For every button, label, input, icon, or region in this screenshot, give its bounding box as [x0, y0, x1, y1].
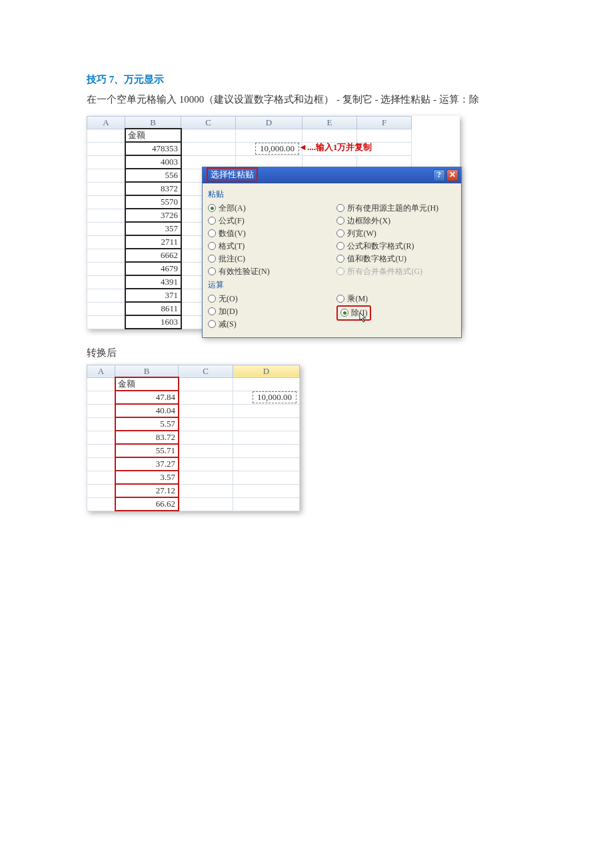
- cell2-B-value[interactable]: 37.27: [115, 457, 179, 471]
- cell-B-value[interactable]: 1603: [125, 315, 181, 329]
- group-paste-label: 粘贴: [208, 189, 456, 200]
- tip-title: 技巧 7、万元显示: [87, 73, 526, 86]
- cell2-D-marching[interactable]: 10,000.00: [233, 391, 300, 404]
- radio-paste-format[interactable]: 格式(T): [208, 240, 336, 253]
- annotation-arrow: ◄....输入1万并复制: [299, 141, 372, 153]
- radio-paste-validation[interactable]: 有效性验证(N): [208, 265, 336, 278]
- radio-paste-theme[interactable]: 所有使用源主题的单元(H): [336, 202, 456, 215]
- cell-B-value[interactable]: 5570: [125, 195, 181, 209]
- cell-B-value[interactable]: 478353: [125, 142, 181, 155]
- radio-paste-valnum[interactable]: 值和数字格式(U): [336, 253, 456, 265]
- radio-op-none[interactable]: 无(O): [208, 293, 336, 305]
- cursor-icon: [359, 312, 368, 324]
- dialog-title: 选择性粘贴: [207, 167, 258, 182]
- cell-B-value[interactable]: 6662: [125, 249, 181, 262]
- radio-paste-colwidth[interactable]: 列宽(W): [336, 227, 456, 240]
- screenshot-after: A B C D 金额 47.84 10,000.00 40.04 5.57 83…: [87, 365, 300, 511]
- screenshot-before: A B C D E F 金额 478353 10,000.00 ◄....输入1…: [87, 116, 460, 329]
- cell-B-value[interactable]: 4391: [125, 275, 181, 289]
- cell-B-value[interactable]: 8372: [125, 182, 181, 195]
- radio-op-sub[interactable]: 减(S): [208, 318, 336, 331]
- cell2-B-value[interactable]: 47.84: [115, 391, 179, 404]
- col-header-B[interactable]: B: [125, 116, 181, 129]
- cell2-B-value[interactable]: 3.57: [115, 471, 179, 484]
- col-header-E[interactable]: E: [303, 116, 357, 129]
- group-op-label: 运算: [208, 279, 456, 291]
- radio-paste-mergecond: 所有合并条件格式(G): [336, 265, 456, 278]
- col2-header-B[interactable]: B: [115, 365, 179, 377]
- radio-paste-formnum[interactable]: 公式和数字格式(R): [336, 240, 456, 253]
- radio-paste-value[interactable]: 数值(V): [208, 227, 336, 240]
- spreadsheet-after: A B C D 金额 47.84 10,000.00 40.04 5.57 83…: [87, 365, 300, 511]
- radio-op-mul[interactable]: 乘(M): [336, 293, 456, 305]
- instruction-text: 在一个空单元格输入 10000（建议设置数字格式和边框） - 复制它 - 选择性…: [87, 90, 526, 109]
- after-label: 转换后: [87, 347, 526, 359]
- help-icon[interactable]: ?: [433, 169, 445, 181]
- cell2-B-value[interactable]: 55.71: [115, 444, 179, 457]
- col2-header-C[interactable]: C: [179, 365, 233, 377]
- cell-B-value[interactable]: 556: [125, 169, 181, 182]
- col2-header-D[interactable]: D: [233, 365, 300, 377]
- radio-op-add[interactable]: 加(D): [208, 305, 336, 318]
- cell2-B-value[interactable]: 40.04: [115, 404, 179, 417]
- cell2-B-value[interactable]: 5.57: [115, 417, 179, 431]
- radio-op-div[interactable]: [340, 309, 348, 317]
- radio-paste-all[interactable]: 全部(A): [208, 202, 336, 215]
- cell-B-value[interactable]: 371: [125, 289, 181, 302]
- cell-B-value[interactable]: 357: [125, 222, 181, 235]
- cell-B-value[interactable]: 8611: [125, 302, 181, 315]
- cell-B-value[interactable]: 2711: [125, 235, 181, 249]
- cell-B-value[interactable]: 3726: [125, 209, 181, 222]
- col-header-C[interactable]: C: [181, 116, 236, 129]
- cell2-B-value[interactable]: 27.12: [115, 484, 179, 497]
- cell2-B-value[interactable]: 83.72: [115, 431, 179, 444]
- cell2-B-header[interactable]: 金额: [115, 377, 179, 391]
- radio-paste-formula[interactable]: 公式(F): [208, 215, 336, 227]
- col-header-A[interactable]: A: [87, 116, 125, 129]
- col-header-D[interactable]: D: [236, 116, 303, 129]
- dialog-titlebar[interactable]: 选择性粘贴 ? ✕: [203, 167, 461, 183]
- radio-paste-comment[interactable]: 批注(C): [208, 253, 336, 265]
- cell-B-header[interactable]: 金额: [125, 129, 181, 142]
- cell-D-marching[interactable]: 10,000.00: [236, 142, 303, 155]
- radio-paste-noborder[interactable]: 边框除外(X): [336, 215, 456, 227]
- cell-B-value[interactable]: 4679: [125, 262, 181, 275]
- paste-special-dialog: 选择性粘贴 ? ✕ 粘贴 全部(A) 公式(F) 数值(V) 格式(T) 批注(…: [202, 167, 462, 338]
- cell2-B-value[interactable]: 66.62: [115, 497, 179, 511]
- col-header-F[interactable]: F: [357, 116, 412, 129]
- close-icon[interactable]: ✕: [446, 169, 458, 181]
- col2-header-A[interactable]: A: [87, 365, 115, 377]
- cell-B-value[interactable]: 4003: [125, 155, 181, 169]
